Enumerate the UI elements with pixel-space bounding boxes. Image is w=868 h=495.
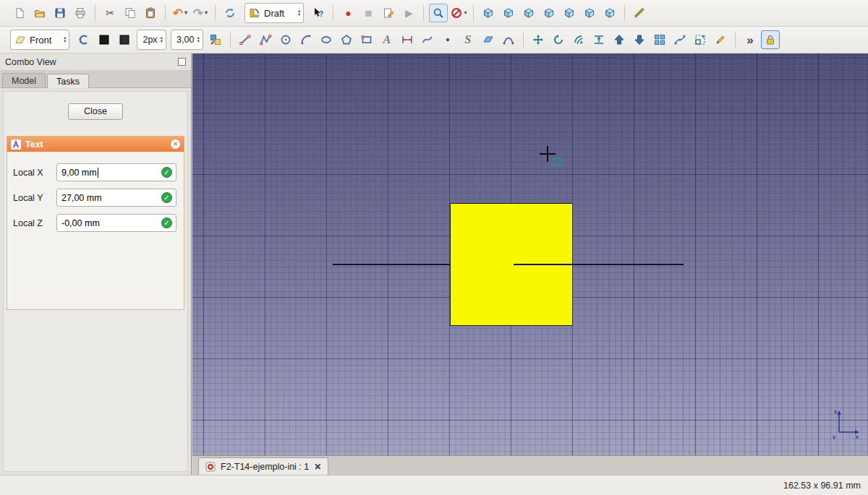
local-y-input[interactable]: 27,00 mm ✓ [56, 189, 176, 207]
combo-arrow-icon[interactable]: ▲▼ [63, 36, 67, 43]
redo-button[interactable]: ↷▾ [191, 4, 210, 22]
macro-edit-button[interactable] [379, 4, 398, 22]
draft-bezcurve-button[interactable] [499, 30, 518, 49]
draft-dimension-button[interactable] [398, 30, 417, 49]
local-x-input[interactable]: 9,00 mm ✓ [56, 163, 176, 181]
copy-button[interactable] [121, 4, 140, 22]
panel-header: Combo View [0, 53, 191, 70]
draft-wire-button[interactable] [256, 30, 275, 49]
new-document-button[interactable] [10, 4, 29, 22]
refresh-button[interactable] [221, 4, 239, 22]
draft-upgrade-button[interactable] [610, 30, 629, 49]
draft-point-button[interactable] [438, 30, 457, 49]
draft-text-button[interactable]: A [378, 30, 396, 49]
apply-style-button[interactable] [206, 30, 225, 49]
float-panel-icon[interactable] [178, 58, 186, 66]
spinner-arrows-icon[interactable]: ▲▼ [196, 36, 200, 43]
text-size-spinner[interactable]: 3,00 ▲▼ [171, 30, 203, 50]
view-left-button[interactable] [600, 4, 619, 22]
combo-spin-arrows-icon[interactable]: ▲▼ [297, 9, 301, 17]
draft-move-button[interactable] [529, 30, 548, 49]
line-color-swatch[interactable] [95, 30, 114, 49]
face-color-swatch[interactable] [115, 30, 134, 49]
draft-offset-button[interactable] [569, 30, 588, 49]
cut-button[interactable]: ✂ [101, 4, 119, 22]
save-document-button[interactable] [51, 4, 69, 22]
tab-model[interactable]: Model [2, 73, 46, 87]
valid-check-icon: ✓ [161, 218, 172, 228]
task-section-header[interactable]: Text ✕ [7, 137, 184, 152]
workbench-selector[interactable]: Draft ▲▼ [244, 3, 304, 23]
draft-arc-button[interactable] [297, 30, 315, 49]
print-button[interactable] [71, 4, 90, 22]
working-plane-selector[interactable]: Front ▲▼ [10, 30, 69, 50]
text-cursor [98, 168, 98, 178]
field-label: Local Z [13, 218, 56, 228]
open-document-button[interactable] [30, 4, 49, 22]
panel-title: Combo View [5, 57, 56, 67]
macro-stop-button[interactable]: ■ [359, 4, 378, 22]
measure-distance-button[interactable] [630, 4, 649, 22]
draft-polygon-button[interactable] [337, 30, 356, 49]
draft-shapestring-button[interactable]: S [459, 30, 477, 49]
axis-indicator: z x y [832, 408, 861, 439]
spinner-arrows-icon[interactable]: ▲▼ [160, 36, 163, 43]
task-section-body: Local X 9,00 mm ✓ Local Y 27,00 mm ✓ [7, 152, 184, 309]
draft-trimex-button[interactable] [590, 30, 608, 49]
collapse-section-icon[interactable]: ✕ [171, 139, 180, 149]
toolbar-overflow-button[interactable]: » [741, 30, 760, 49]
standard-toolbar: ✂↶▾↷▾ Draft ▲▼ ?●■▶▾ [0, 0, 868, 27]
task-panel-surface: Close Text ✕ Local X 9,00 mm ✓ [3, 91, 188, 472]
draft-circle-button[interactable] [276, 30, 295, 49]
paste-button[interactable] [141, 4, 160, 22]
draw-style-button[interactable]: ▾ [449, 4, 468, 22]
draft-line-button[interactable] [236, 30, 255, 49]
draft-facebinder-button[interactable] [479, 30, 498, 49]
draft-array-button[interactable] [650, 30, 669, 49]
view-axonometric-button[interactable] [479, 4, 498, 22]
view-front-button[interactable] [499, 4, 518, 22]
construction-mode-button[interactable] [75, 30, 93, 49]
style-tool-group [75, 30, 134, 49]
field-label: Local X [13, 168, 56, 178]
line-width-spinner[interactable]: 2px ▲▼ [137, 30, 166, 50]
field-row-local-x: Local X 9,00 mm ✓ [13, 163, 176, 181]
input-value: 9,00 mm [61, 168, 97, 178]
macro-view-tool-group: ?●■▶▾ [309, 4, 649, 22]
text-size-value: 3,00 [176, 35, 194, 45]
macro-play-button[interactable]: ▶ [399, 4, 418, 22]
view-right-button[interactable] [540, 4, 558, 22]
file-edit-tool-group: ✂↶▾↷▾ [10, 4, 239, 22]
zoom-fit-all-button[interactable] [429, 4, 448, 22]
draft-toolbar: Front ▲▼ 2px ▲▼ 3,00 ▲▼ AS» [0, 27, 868, 53]
view-rear-button[interactable] [560, 4, 579, 22]
macro-record-button[interactable]: ● [339, 4, 357, 22]
combo-view-tabs: Model Tasks [0, 70, 191, 88]
undo-button[interactable]: ↶▾ [171, 4, 190, 22]
draft-rectangle-button[interactable] [357, 30, 376, 49]
whats-this-button[interactable]: ? [309, 4, 328, 22]
3d-viewport[interactable]: z x y [192, 53, 868, 455]
draft-rotate-button[interactable] [549, 30, 568, 49]
view-top-button[interactable] [519, 4, 538, 22]
draft-ellipse-button[interactable] [317, 30, 336, 49]
snap-grid-icon [553, 158, 561, 166]
tab-tasks[interactable]: Tasks [47, 74, 89, 88]
document-tab[interactable]: F2-T14-ejemplo-ini : 1 ✕ [198, 457, 328, 475]
draft-edit-button[interactable] [711, 30, 730, 49]
crosshair-cursor [547, 146, 548, 162]
close-tab-icon[interactable]: ✕ [314, 462, 321, 472]
working-plane-axis-line-overlay [514, 264, 573, 265]
draft-patharray-button[interactable] [671, 30, 689, 49]
draft-scale-button[interactable] [691, 30, 710, 49]
valid-check-icon: ✓ [161, 192, 172, 203]
draft-text-icon [11, 139, 21, 150]
snap-lock-button[interactable] [761, 30, 780, 49]
view-bottom-button[interactable] [580, 4, 599, 22]
draft-downgrade-button[interactable] [630, 30, 649, 49]
input-value: -0,00 mm [61, 218, 100, 228]
close-task-button[interactable]: Close [68, 103, 123, 120]
local-z-input[interactable]: -0,00 mm ✓ [56, 214, 176, 232]
dimension-readout: 162.53 x 96.91 mm [783, 481, 861, 491]
draft-bspline-button[interactable] [418, 30, 437, 49]
